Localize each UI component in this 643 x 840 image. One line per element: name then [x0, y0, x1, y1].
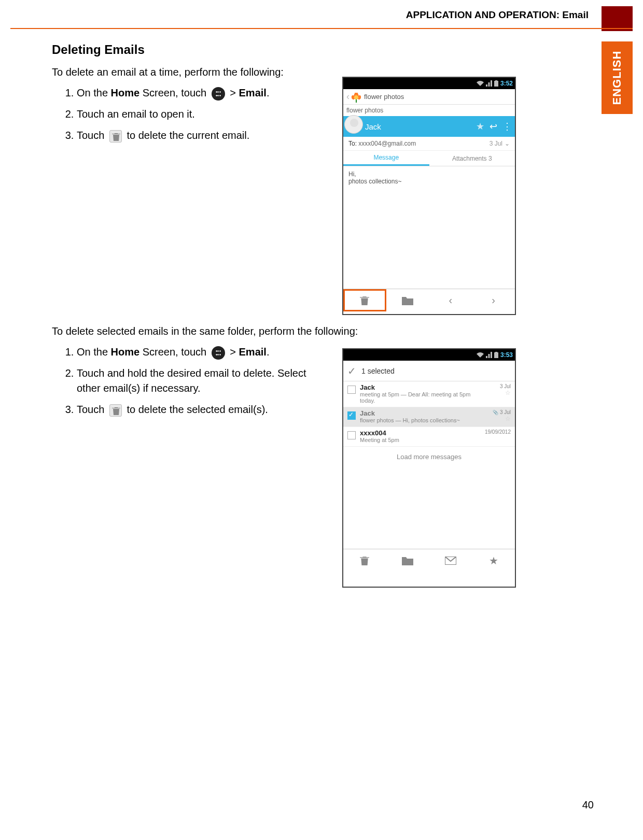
- reply-icon[interactable]: ↩: [490, 121, 497, 132]
- star-button[interactable]: ★: [472, 549, 515, 572]
- tab-message[interactable]: Message: [343, 151, 429, 166]
- svg-rect-2: [494, 352, 498, 358]
- star-icon[interactable]: ★: [476, 121, 484, 132]
- list-item[interactable]: xxxx004 Meeting at 5pm 19/09/2012: [343, 427, 515, 447]
- toolbar-bottom: ★: [343, 549, 515, 572]
- selection-row: ✓ 1 selected: [343, 361, 515, 381]
- subject-label: flower photos: [343, 105, 515, 116]
- language-tab-label: ENGLISH: [610, 51, 624, 105]
- step-2-1: On the Home Screen, touch > Email.: [77, 345, 332, 360]
- apps-icon: [212, 87, 225, 101]
- status-time: 3:52: [500, 80, 513, 87]
- wifi-icon: [477, 80, 484, 87]
- signal-icon: [486, 352, 492, 358]
- corner-tab: [602, 6, 633, 31]
- chevron-down-icon[interactable]: ⌄: [505, 140, 510, 147]
- more-icon[interactable]: ⋮: [502, 121, 512, 132]
- checkbox[interactable]: [347, 431, 356, 439]
- folder-title: flower photos: [364, 93, 404, 101]
- next-button[interactable]: ›: [472, 289, 515, 311]
- wifi-icon: [477, 352, 484, 358]
- sender-bar: Jack ★ ↩ ⋮: [343, 116, 515, 137]
- page-number: 40: [582, 799, 594, 811]
- folder-button[interactable]: [386, 289, 429, 311]
- selected-count: 1 selected: [361, 367, 395, 375]
- trash-button[interactable]: [343, 549, 386, 572]
- list-item[interactable]: Jack flower photos — Hi, photos collecti…: [343, 407, 515, 427]
- status-bar: 3:53: [343, 349, 515, 361]
- trash-button[interactable]: [343, 289, 386, 311]
- done-icon[interactable]: ✓: [347, 365, 356, 377]
- star-icon[interactable]: ☆: [480, 415, 511, 422]
- to-row: To: xxxx004@gmail.com 3 Jul⌄: [343, 137, 515, 151]
- battery-icon: [494, 352, 498, 358]
- flower-icon: [352, 92, 361, 102]
- star-icon[interactable]: ☆: [480, 389, 511, 396]
- email-body: Hi, photos collections~: [343, 166, 515, 289]
- tab-attachments[interactable]: Attachments 3: [429, 151, 515, 166]
- header-title: APPLICATION AND OPERATION: Email: [406, 9, 589, 21]
- steps-list-2: On the Home Screen, touch > Email. Touch…: [52, 345, 332, 417]
- folder-row[interactable]: ‹ flower photos: [343, 89, 515, 105]
- step-2-3: Touch to delete the selected email(s).: [77, 402, 332, 417]
- intro-paragraph-2: To delete selected emails in the same fo…: [52, 325, 581, 337]
- header-rule: [10, 28, 633, 29]
- apps-icon: [212, 346, 225, 360]
- avatar-icon: [344, 115, 363, 134]
- email-list: Jack meeting at 5pm — Dear All: meeting …: [343, 381, 515, 447]
- step-1-2: Touch an email to open it.: [77, 107, 332, 122]
- load-more-button[interactable]: Load more messages: [343, 447, 515, 467]
- signal-icon: [486, 80, 492, 87]
- screenshot-email-list: 3:53 ✓ 1 selected Jack meeting at 5pm — …: [342, 348, 516, 588]
- screenshot-email-view: 3:52 ‹ flower photos flower photos Jack …: [342, 77, 516, 315]
- trash-icon: [109, 404, 122, 417]
- battery-icon: [494, 80, 498, 87]
- language-tab: ENGLISH: [602, 41, 633, 114]
- steps-list-1: On the Home Screen, touch > Email. Touch…: [52, 86, 332, 143]
- checkbox[interactable]: [347, 386, 356, 394]
- trash-icon: [109, 130, 122, 143]
- svg-rect-0: [494, 81, 498, 87]
- svg-rect-3: [495, 352, 497, 352]
- toolbar-bottom: ‹ ›: [343, 289, 515, 311]
- prev-button[interactable]: ‹: [429, 289, 472, 311]
- status-time: 3:53: [500, 351, 513, 359]
- list-item[interactable]: Jack meeting at 5pm — Dear All: meeting …: [343, 381, 515, 407]
- step-1-3: Touch to delete the current email.: [77, 128, 332, 143]
- tabs: Message Attachments 3: [343, 151, 515, 166]
- sender-name: Jack: [365, 122, 381, 131]
- step-2-2: Touch and hold the desired email to dele…: [77, 366, 332, 396]
- checkbox[interactable]: [347, 411, 356, 420]
- mail-button[interactable]: [429, 549, 472, 572]
- step-1-1: On the Home Screen, touch > Email.: [77, 86, 332, 101]
- status-bar: 3:52: [343, 78, 515, 89]
- section-title: Deleting Emails: [52, 42, 581, 57]
- back-chevron-icon[interactable]: ‹: [346, 91, 350, 102]
- header: APPLICATION AND OPERATION: Email: [0, 9, 643, 25]
- folder-button[interactable]: [386, 549, 429, 572]
- svg-rect-1: [495, 80, 497, 81]
